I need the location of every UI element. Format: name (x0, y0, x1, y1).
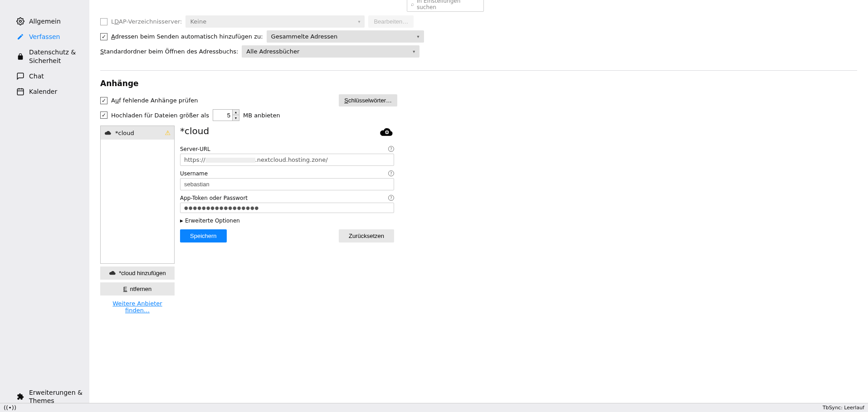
broadcast-icon[interactable]: ((•)) (4, 404, 16, 411)
keywords-button[interactable]: Schlüsselwörter… (339, 94, 397, 107)
remove-button[interactable]: Entfernen (100, 282, 175, 296)
pencil-icon (16, 33, 24, 41)
svg-point-0 (20, 20, 22, 23)
check-missing-row: Auf fehlende Anhänge prüfen Schlüsselwör… (100, 94, 397, 107)
advanced-options-toggle[interactable]: ▶ Erweiterte Optionen (180, 218, 394, 224)
sidebar-item-privacy[interactable]: Datenschutz & Sicherheit (0, 44, 89, 68)
save-button[interactable]: Speichern (180, 229, 227, 242)
password-label: App-Token oder Passwort (180, 195, 248, 201)
upload-size-input[interactable]: ▴ ▾ (213, 109, 239, 121)
sidebar-item-calendar[interactable]: Kalender (0, 84, 89, 99)
provider-detail-panel: *cloud Server-URL ? https://.nextcloud.h… (180, 126, 394, 315)
puzzle-icon (16, 393, 24, 401)
add-cloud-button[interactable]: *cloud hinzufügen (100, 267, 175, 280)
default-folder-row: Standardordner beim Öffnen des Adressbuc… (100, 45, 857, 58)
sidebar-item-label: Verfassen (29, 33, 60, 41)
help-icon[interactable]: ? (388, 170, 394, 176)
gear-icon (16, 17, 24, 25)
sidebar-item-compose[interactable]: Verfassen (0, 29, 89, 44)
triangle-right-icon: ▶ (180, 218, 183, 223)
auto-add-checkbox[interactable] (100, 33, 107, 40)
chat-icon (16, 72, 24, 80)
status-right: TbSync: Leerlauf (823, 405, 864, 411)
upload-checkbox[interactable] (100, 111, 107, 119)
default-folder-select[interactable]: Alle Adressbücher▾ (242, 45, 419, 58)
warning-icon: ⚠ (165, 129, 171, 136)
calendar-icon (16, 87, 24, 96)
sidebar-item-chat[interactable]: Chat (0, 68, 89, 84)
sidebar-item-general[interactable]: Allgemein (0, 14, 89, 29)
provider-item-label: *cloud (115, 130, 134, 136)
help-icon[interactable]: ? (388, 195, 394, 201)
help-icon[interactable]: ? (388, 146, 394, 152)
upload-label-pre: Hochladen für Dateien größer als (111, 112, 209, 119)
cloud-icon (104, 130, 112, 136)
auto-add-label: Adressen beim Senden automatisch hinzufü… (111, 33, 263, 40)
username-input[interactable] (180, 178, 394, 190)
more-providers-link[interactable]: Weitere Anbieter finden… (100, 298, 175, 315)
search-placeholder: In Einstellungen suchen (417, 0, 480, 10)
sidebar-item-label: Datenschutz & Sicherheit (29, 48, 84, 64)
svg-rect-1 (17, 89, 24, 95)
attachments-title: Anhänge (100, 79, 857, 88)
upload-row: Hochladen für Dateien größer als ▴ ▾ MB … (100, 109, 857, 121)
settings-sidebar: Allgemein Verfassen Datenschutz & Sicher… (0, 0, 89, 412)
username-label: Username (180, 170, 208, 177)
auto-add-row: Adressen beim Senden automatisch hinzufü… (100, 30, 857, 43)
provider-detail-title: *cloud (180, 126, 209, 136)
provider-list-panel: *cloud ⚠ *cloud hinzufügen Entfernen Wei… (100, 126, 175, 315)
section-divider (100, 70, 857, 71)
server-url-input[interactable]: https://.nextcloud.hosting.zone/ (180, 154, 394, 166)
upload-label-post: MB anbieten (243, 112, 280, 119)
password-input[interactable]: ●●●●●●●●●●●●●●●●● (180, 203, 394, 213)
ldap-checkbox[interactable] (100, 18, 107, 25)
main-content: ⌕ In Einstellungen suchen LDAP-Verzeichn… (89, 0, 868, 412)
reset-button[interactable]: Zurücksetzen (339, 229, 394, 242)
auto-add-select[interactable]: Gesammelte Adressen▾ (267, 30, 424, 43)
default-folder-label: Standardordner beim Öffnen des Adressbuc… (100, 48, 238, 55)
sidebar-item-label: Erweiterungen & Themes (29, 388, 84, 405)
check-missing-checkbox[interactable] (100, 97, 107, 104)
sidebar-item-label: Allgemein (29, 17, 61, 25)
search-icon: ⌕ (411, 1, 414, 7)
stepper-down[interactable]: ▾ (233, 115, 239, 121)
provider-listbox[interactable]: *cloud ⚠ (100, 126, 175, 264)
provider-item[interactable]: *cloud ⚠ (101, 126, 174, 140)
lock-icon (16, 53, 24, 61)
sidebar-item-label: Chat (29, 72, 44, 80)
server-url-label: Server-URL (180, 146, 210, 152)
status-bar: ((•)) TbSync: Leerlauf (0, 403, 868, 412)
sidebar-item-label: Kalender (29, 87, 57, 96)
cloud-add-icon (109, 270, 116, 276)
cloud-logo-icon (379, 126, 394, 138)
ldap-edit-button[interactable]: Bearbeiten… (368, 15, 414, 28)
stepper-up[interactable]: ▴ (233, 110, 239, 115)
ldap-select[interactable]: Keine▾ (185, 15, 365, 28)
redacted-hostname (205, 158, 255, 163)
settings-search[interactable]: ⌕ In Einstellungen suchen (407, 0, 484, 12)
check-missing-label: Auf fehlende Anhänge prüfen (111, 97, 198, 104)
ldap-label: LDAP-Verzeichnisserver: (111, 18, 182, 25)
ldap-row: LDAP-Verzeichnisserver: Keine▾ Bearbeite… (100, 15, 857, 28)
